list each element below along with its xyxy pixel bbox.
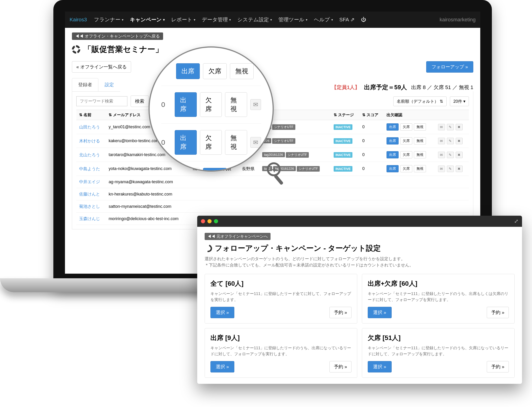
reserve-button[interactable]: 予約 » [487, 307, 509, 318]
breadcrumb-back[interactable]: ◀◀ オフライン・キャンペーントップへ戻る [72, 32, 163, 40]
table-row: 山田たろう y_taro01@testinc.com 226シナリオUTF IN… [76, 120, 469, 134]
sort-select[interactable]: 名前順（デフォルト） ⇅ [393, 96, 447, 106]
edit-icon[interactable]: ✎ [447, 165, 454, 172]
tab-registrants[interactable]: 登録者 [72, 78, 98, 91]
magnifier-overlay: 出席 欠席 無視 0 出席 欠席 無視 ✉0 出席 欠席 無視 ✉ 出席 欠席 … [149, 46, 274, 172]
attend-present-button[interactable]: 出席 [176, 63, 200, 79]
mail-icon[interactable]: ✉ [438, 138, 445, 144]
select-button[interactable]: 選択 » [368, 361, 392, 372]
attend-absent-button[interactable]: 欠席 [200, 130, 222, 155]
target-card: 欠席 [51人] キャンペーン「セミナー111」に登録したリードのうち、欠席にな… [362, 328, 515, 378]
maximize-icon[interactable] [214, 219, 218, 223]
attend-ignore-button[interactable]: 無視 [225, 130, 247, 155]
attend-ignore-button[interactable]: 無視 [414, 151, 426, 158]
nav-report[interactable]: レポート▾ [171, 16, 195, 23]
select-button[interactable]: 選択 » [210, 361, 234, 372]
col-name[interactable]: ⇅ 名前 [76, 110, 106, 120]
followup-button[interactable]: フォローアップ » [426, 61, 473, 73]
attend-absent-button[interactable]: 欠席 [400, 123, 412, 131]
attend-present-button[interactable]: 出席 [175, 130, 197, 155]
attend-absent-button[interactable]: 欠席 [400, 137, 412, 144]
col-attend: 出欠確認 [384, 110, 435, 120]
attend-ignore-button[interactable]: 無視 [225, 92, 247, 117]
target-card: 出席 [9人] キャンペーン「セミナー111」に登録したリードのうち、出席になっ… [205, 328, 357, 378]
attend-absent-button[interactable]: 欠席 [400, 165, 412, 172]
select-button[interactable]: 選択 » [210, 307, 234, 318]
mail-icon[interactable]: ✉ [438, 124, 445, 130]
target-card: 全て [60人] キャンペーン「セミナー111」に登録したリード全てに対して、フ… [205, 274, 357, 323]
lead-email: moriringo@delicious-abc-test-inc.com [106, 213, 190, 225]
mail-icon[interactable]: ✉ [438, 152, 445, 158]
expand-icon[interactable]: ⤢ [514, 218, 518, 224]
lead-link[interactable]: 木村かける [79, 139, 100, 143]
search-button[interactable]: 検索 [131, 95, 149, 107]
nav-campaign[interactable]: キャンペーン▾ [130, 16, 165, 23]
lead-link[interactable]: 中島ようた [79, 166, 100, 171]
popup-back[interactable]: ◀◀ 元オフラインキャンペーンへ [205, 233, 270, 240]
tab-settings[interactable]: 設定 [98, 78, 120, 91]
lead-link[interactable]: 山田たろう [79, 125, 100, 129]
edit-icon[interactable]: ✎ [447, 124, 454, 130]
attend-ignore-button[interactable]: 無視 [230, 63, 254, 79]
brand: Kairos3 [70, 17, 87, 23]
lead-email: ag-myama@kuwagata-testinc.com [106, 176, 190, 188]
page-title: 「販促営業セミナー」 [72, 44, 473, 55]
card-title: 出席+欠席 [60人] [368, 279, 509, 288]
nav-data[interactable]: データ管理▾ [202, 16, 231, 23]
attend-ignore-button[interactable]: 無視 [414, 123, 426, 131]
power-icon[interactable]: ⏻ [361, 17, 366, 23]
mail-icon[interactable]: ✉ [438, 165, 445, 172]
select-button[interactable]: 選択 » [368, 307, 392, 318]
nav-planner[interactable]: フランナー▾ [94, 16, 123, 23]
table-row: 北山たろう tarotaro@kamakiri-testinc.com カンパニ… [76, 148, 469, 162]
edit-icon[interactable]: ✎ [447, 152, 454, 158]
attend-present-button[interactable]: 出席 [387, 123, 399, 131]
minimize-icon[interactable] [207, 219, 212, 223]
nav-user[interactable]: kairosmarketing [440, 17, 476, 23]
card-desc: キャンペーン「セミナー111」に登録したリードのうち、欠席になっているリードに対… [368, 345, 509, 357]
card-desc: キャンペーン「セミナー111」に登録したリード全てに対して、フォローアップを実行… [210, 291, 351, 303]
card-title: 全て [60人] [210, 279, 351, 288]
close-icon[interactable] [201, 219, 205, 223]
lead-link[interactable]: 菊池さとし [79, 204, 100, 209]
search-input[interactable] [76, 96, 127, 106]
nav-system[interactable]: システム設定▾ [237, 16, 272, 23]
lead-email: satton-mynameiscat@testinc.com [106, 200, 190, 213]
pagesize-select[interactable]: 20件 ▾ [450, 96, 469, 106]
reserve-button[interactable]: 予約 » [329, 361, 351, 372]
attend-ignore-button[interactable]: 無視 [414, 137, 426, 144]
navbar: Kairos3 フランナー▾ キャンペーン▾ レポート▾ データ管理▾ システム… [65, 12, 480, 28]
popup-titlebar: ⤢ [197, 216, 522, 227]
delete-icon[interactable]: ✖ [456, 152, 463, 158]
mail-icon[interactable]: ✉ [250, 137, 261, 148]
mail-icon[interactable]: ✉ [250, 99, 261, 110]
attend-absent-button[interactable]: 欠席 [200, 92, 222, 117]
lead-link[interactable]: 中井エイジ [79, 180, 100, 184]
delete-icon[interactable]: ✖ [456, 124, 463, 130]
attend-ignore-button[interactable]: 無視 [414, 165, 426, 172]
nav-admin[interactable]: 管理ツール▾ [278, 16, 307, 23]
back-list-button[interactable]: « オフライン一覧へ戻る [72, 61, 131, 73]
nav-help[interactable]: ヘルプ▾ [314, 16, 333, 23]
attend-absent-button[interactable]: 欠席 [400, 151, 412, 158]
delete-icon[interactable]: ✖ [456, 165, 463, 172]
attend-present-button[interactable]: 出席 [387, 137, 399, 144]
attend-present-button[interactable]: 出席 [387, 151, 399, 158]
campaign-icon [72, 45, 80, 54]
edit-icon[interactable]: ✎ [447, 138, 454, 144]
lead-link[interactable]: 玉森けんじ [79, 216, 100, 221]
lead-email: yota-noko@kuwagata-testinc.com [106, 162, 190, 176]
nav-sfa[interactable]: SFA⇗ [339, 17, 355, 23]
reserve-button[interactable]: 予約 » [329, 307, 351, 318]
lead-email: kn-herakures@kabuto-testinc.com [106, 188, 190, 200]
lead-link[interactable]: 北山たろう [79, 153, 100, 157]
table-row: 佐藤けんと kn-herakures@kabuto-testinc.com [76, 188, 469, 200]
col-stage[interactable]: ⇅ ステージ [331, 110, 359, 120]
delete-icon[interactable]: ✖ [456, 138, 463, 144]
reserve-button[interactable]: 予約 » [487, 361, 509, 372]
attend-absent-button[interactable]: 欠席 [203, 63, 227, 79]
col-score[interactable]: ⇅ スコア [359, 110, 384, 120]
attend-present-button[interactable]: 出席 [387, 165, 399, 172]
lead-link[interactable]: 佐藤けんと [79, 192, 100, 196]
attend-present-button[interactable]: 出席 [175, 92, 197, 117]
